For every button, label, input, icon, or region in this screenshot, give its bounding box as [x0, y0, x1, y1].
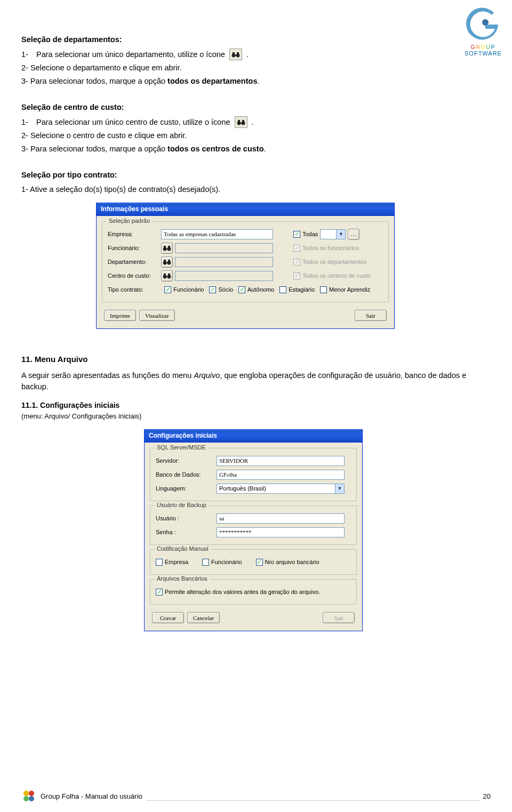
dialog-configuracoes-iniciais: Configurações iniciais SQL Server/MSDE S… — [144, 429, 363, 631]
svg-point-29 — [29, 796, 34, 801]
section-departamentos-title: Seleção de departamentos: — [21, 34, 491, 45]
label-empresa: Empresa: — [108, 231, 159, 237]
imprime-button[interactable]: Imprime — [104, 310, 136, 321]
centro-custo-input — [175, 271, 273, 281]
check-todos-departamentos: ✓Todos os departamentos — [293, 259, 366, 266]
people-icon — [21, 789, 36, 803]
linguagem-dropdown[interactable]: Português (Brasil)▼ — [217, 484, 345, 494]
text-line: 2- Selecione o centro de custo e clique … — [21, 130, 491, 141]
check-permite-alteracao[interactable]: ✓Permite alteração dos valores antes da … — [156, 589, 320, 596]
brand-group-text: GROUP — [463, 44, 503, 50]
dialog-informacoes-pessoais: Informações pessoais Seleção padrão Empr… — [96, 203, 395, 329]
usuario-input[interactable] — [217, 513, 345, 524]
sair-button[interactable]: Sair — [323, 612, 355, 623]
svg-rect-23 — [166, 276, 168, 277]
svg-point-27 — [29, 791, 34, 796]
svg-rect-8 — [240, 123, 242, 124]
groupbox-label: SQL Server/MSDE — [155, 444, 208, 451]
svg-point-28 — [23, 796, 29, 801]
check-todos-centros: ✓Todos os centros de custo — [293, 272, 371, 279]
cancelar-button[interactable]: Cancelar — [187, 612, 220, 623]
departamento-input — [175, 257, 273, 267]
text-line: . — [246, 50, 249, 59]
section-tipo-title: Seleção por tipo contrato: — [21, 170, 491, 181]
label-funcionario: Funcionário: — [108, 245, 159, 251]
gravar-button[interactable]: Gravar — [152, 612, 184, 623]
svg-rect-3 — [235, 55, 237, 56]
check-estagiario[interactable]: Estagiário — [279, 286, 315, 293]
svg-point-26 — [23, 791, 29, 796]
dropdown-todas[interactable]: ▼ — [320, 229, 346, 239]
text-line: Para selecionar um único departamento, u… — [36, 50, 225, 59]
label-linguagem: Linguagem: — [156, 485, 214, 492]
svg-rect-10 — [242, 120, 244, 122]
text-line: 3- Para selecionar todos, marque a opção… — [21, 143, 491, 155]
visualizar-button[interactable]: Visualizar — [139, 310, 175, 321]
label-tipo-contrato: Tipo contrato: — [108, 286, 159, 293]
label-servidor: Servidor: — [156, 457, 214, 464]
svg-rect-15 — [168, 246, 170, 248]
groupbox-label: Usuário de Backup — [155, 502, 209, 508]
binoculars-icon[interactable] — [229, 49, 242, 60]
svg-rect-19 — [164, 260, 166, 262]
check-autonomo: ✓Autônomo — [238, 286, 274, 293]
label-centro-custo: Centro de custo: — [108, 272, 159, 279]
svg-point-0 — [482, 19, 489, 26]
text-line: 1- Ative a seleção do(s) tipo(s) de cont… — [21, 184, 491, 195]
svg-rect-24 — [164, 274, 166, 276]
check-menor-aprendiz[interactable]: Menor Aprendiz — [320, 286, 370, 293]
empresa-input[interactable] — [161, 229, 273, 239]
lookup-button[interactable]: … — [348, 229, 359, 240]
list-number: 1- — [21, 50, 33, 59]
check-empresa[interactable]: Empresa — [156, 559, 188, 566]
label-banco-dados: Banco de Dados: — [156, 471, 214, 478]
page-number: 20 — [483, 792, 491, 800]
menu-path: (menu: Arquivo/ Configurações iniciais) — [21, 412, 491, 422]
senha-input[interactable] — [217, 527, 345, 537]
text-line: 2- Selecione o departamento e clique em … — [21, 62, 491, 74]
binoculars-icon[interactable] — [235, 116, 247, 128]
servidor-input[interactable] — [217, 456, 345, 466]
footer-text: Group Folha - Manual do usuário — [41, 792, 142, 800]
binoculars-button[interactable] — [161, 243, 173, 254]
check-funcionario[interactable]: ✓Funcionário — [164, 286, 204, 293]
binoculars-button[interactable] — [161, 270, 173, 282]
list-number: 1- — [21, 118, 33, 126]
check-todos-funcionarios: ✓Todos os funcionários — [293, 245, 359, 252]
dialog-title: Informações pessoais — [97, 203, 394, 216]
check-socio[interactable]: ✓Sócio — [209, 286, 233, 293]
groupbox-label: Arquivos Bancários — [155, 575, 210, 582]
label-departamento: Departamento: — [108, 259, 159, 265]
svg-rect-14 — [164, 246, 166, 248]
brand-logo: GROUP SOFTWARE — [463, 7, 503, 57]
text-line: 3- Para selecionar todos, marque a opção… — [21, 76, 491, 87]
check-nro-arquivo[interactable]: ✓Nro arquivo bancário — [256, 559, 319, 566]
svg-rect-25 — [168, 274, 170, 276]
heading-menu-arquivo: 11. Menu Arquivo — [21, 355, 491, 364]
heading-config-iniciais: 11.1. Configurações iniciais — [21, 401, 491, 409]
brand-software-text: SOFTWARE — [463, 50, 503, 57]
check-funcionario-cod[interactable]: Funcionário — [202, 559, 242, 566]
svg-rect-4 — [233, 52, 235, 54]
groupbox-label: Seleção padrão — [107, 218, 152, 224]
groupbox-label: Codificação Manual — [155, 545, 211, 552]
sair-button[interactable]: Sair — [355, 310, 387, 321]
check-todas[interactable]: ✓Todas — [293, 231, 318, 238]
label-senha: Senha : — [156, 529, 214, 535]
svg-rect-9 — [238, 120, 240, 122]
logo-g-icon — [466, 7, 500, 42]
page-footer: Group Folha - Manual do usuário 20 — [21, 789, 491, 803]
svg-rect-18 — [166, 262, 168, 263]
svg-rect-13 — [166, 248, 168, 250]
funcionario-input — [175, 243, 273, 253]
banco-dados-input[interactable] — [217, 470, 345, 480]
text-line: . — [252, 118, 254, 126]
svg-rect-5 — [237, 52, 239, 54]
svg-rect-20 — [168, 260, 170, 262]
paragraph: A seguir serão apresentadas as funções d… — [21, 370, 491, 392]
dialog-title: Configurações iniciais — [145, 430, 362, 443]
text-line: Para selecionar um único centro de custo… — [36, 118, 230, 126]
binoculars-button[interactable] — [161, 256, 173, 268]
section-centro-title: Seleção de centro de custo: — [21, 102, 491, 113]
label-usuario: Usuário : — [156, 515, 214, 521]
